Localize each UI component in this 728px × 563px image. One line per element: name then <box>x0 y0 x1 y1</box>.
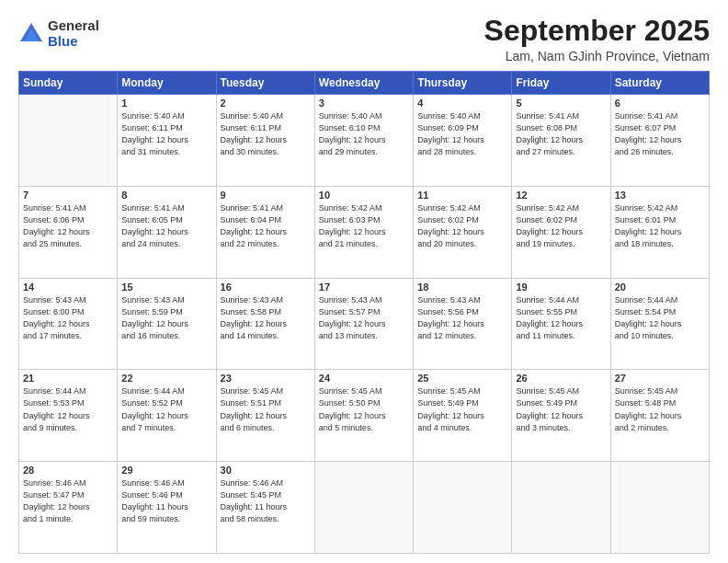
table-row: 5Sunrise: 5:41 AM Sunset: 6:08 PM Daylig… <box>512 95 610 187</box>
day-info: Sunrise: 5:40 AM Sunset: 6:09 PM Dayligh… <box>417 110 507 158</box>
day-info: Sunrise: 5:45 AM Sunset: 5:48 PM Dayligh… <box>615 385 705 433</box>
table-row: 19Sunrise: 5:44 AM Sunset: 5:55 PM Dayli… <box>512 278 610 370</box>
day-number: 27 <box>615 373 705 384</box>
logo: General Blue <box>18 18 99 49</box>
day-info: Sunrise: 5:44 AM Sunset: 5:54 PM Dayligh… <box>615 294 705 342</box>
calendar-week-row: 1Sunrise: 5:40 AM Sunset: 6:11 PM Daylig… <box>19 95 710 187</box>
table-row: 17Sunrise: 5:43 AM Sunset: 5:57 PM Dayli… <box>314 278 413 370</box>
day-number: 8 <box>121 190 211 201</box>
day-number: 23 <box>221 373 311 384</box>
table-row: 1Sunrise: 5:40 AM Sunset: 6:11 PM Daylig… <box>118 95 216 187</box>
table-row: 15Sunrise: 5:43 AM Sunset: 5:59 PM Dayli… <box>118 278 216 370</box>
table-row: 20Sunrise: 5:44 AM Sunset: 5:54 PM Dayli… <box>610 278 709 370</box>
table-row: 6Sunrise: 5:41 AM Sunset: 6:07 PM Daylig… <box>610 95 709 187</box>
col-monday: Monday <box>118 72 216 95</box>
table-row: 8Sunrise: 5:41 AM Sunset: 6:05 PM Daylig… <box>118 186 216 278</box>
day-info: Sunrise: 5:45 AM Sunset: 5:51 PM Dayligh… <box>221 385 311 433</box>
day-info: Sunrise: 5:46 AM Sunset: 5:45 PM Dayligh… <box>221 477 311 525</box>
day-info: Sunrise: 5:41 AM Sunset: 6:06 PM Dayligh… <box>23 202 113 250</box>
table-row: 14Sunrise: 5:43 AM Sunset: 6:00 PM Dayli… <box>19 278 118 370</box>
table-row <box>610 462 709 554</box>
day-info: Sunrise: 5:43 AM Sunset: 6:00 PM Dayligh… <box>23 294 113 342</box>
day-number: 6 <box>615 98 705 109</box>
day-info: Sunrise: 5:40 AM Sunset: 6:11 PM Dayligh… <box>221 110 311 158</box>
table-row: 4Sunrise: 5:40 AM Sunset: 6:09 PM Daylig… <box>414 95 512 187</box>
col-wednesday: Wednesday <box>314 72 413 95</box>
table-row: 3Sunrise: 5:40 AM Sunset: 6:10 PM Daylig… <box>314 95 413 187</box>
table-row: 29Sunrise: 5:46 AM Sunset: 5:46 PM Dayli… <box>118 462 216 554</box>
table-row <box>19 95 118 187</box>
table-row: 7Sunrise: 5:41 AM Sunset: 6:06 PM Daylig… <box>19 186 118 278</box>
day-info: Sunrise: 5:40 AM Sunset: 6:10 PM Dayligh… <box>319 110 409 158</box>
col-friday: Friday <box>512 72 610 95</box>
day-number: 2 <box>221 98 311 109</box>
logo-blue-text: Blue <box>48 34 99 50</box>
header: General Blue September 2025 Lam, Nam GJi… <box>18 15 710 63</box>
day-info: Sunrise: 5:46 AM Sunset: 5:47 PM Dayligh… <box>23 477 113 525</box>
day-info: Sunrise: 5:41 AM Sunset: 6:08 PM Dayligh… <box>516 110 606 158</box>
day-info: Sunrise: 5:42 AM Sunset: 6:03 PM Dayligh… <box>319 202 409 250</box>
col-sunday: Sunday <box>19 72 118 95</box>
day-number: 17 <box>319 282 409 293</box>
day-info: Sunrise: 5:41 AM Sunset: 6:05 PM Dayligh… <box>121 202 211 250</box>
day-number: 11 <box>417 190 507 201</box>
day-number: 21 <box>23 373 113 384</box>
table-row: 25Sunrise: 5:45 AM Sunset: 5:49 PM Dayli… <box>414 370 512 462</box>
table-row: 26Sunrise: 5:45 AM Sunset: 5:49 PM Dayli… <box>512 370 610 462</box>
day-info: Sunrise: 5:43 AM Sunset: 5:58 PM Dayligh… <box>221 294 311 342</box>
day-number: 15 <box>121 282 211 293</box>
table-row <box>314 462 413 554</box>
day-number: 30 <box>221 465 311 476</box>
table-row: 10Sunrise: 5:42 AM Sunset: 6:03 PM Dayli… <box>314 186 413 278</box>
table-row: 24Sunrise: 5:45 AM Sunset: 5:50 PM Dayli… <box>314 370 413 462</box>
calendar-week-row: 21Sunrise: 5:44 AM Sunset: 5:53 PM Dayli… <box>19 370 710 462</box>
location-subtitle: Lam, Nam GJinh Province, Vietnam <box>484 49 710 63</box>
day-info: Sunrise: 5:45 AM Sunset: 5:50 PM Dayligh… <box>319 385 409 433</box>
day-number: 19 <box>516 282 606 293</box>
col-thursday: Thursday <box>414 72 512 95</box>
table-row: 9Sunrise: 5:41 AM Sunset: 6:04 PM Daylig… <box>216 186 314 278</box>
day-info: Sunrise: 5:41 AM Sunset: 6:04 PM Dayligh… <box>221 202 311 250</box>
day-info: Sunrise: 5:46 AM Sunset: 5:46 PM Dayligh… <box>121 477 211 525</box>
calendar-week-row: 28Sunrise: 5:46 AM Sunset: 5:47 PM Dayli… <box>19 462 710 554</box>
day-number: 12 <box>516 190 606 201</box>
day-number: 13 <box>615 190 705 201</box>
day-number: 7 <box>23 190 113 201</box>
logo-general-text: General <box>48 18 99 34</box>
table-row: 28Sunrise: 5:46 AM Sunset: 5:47 PM Dayli… <box>19 462 118 554</box>
page: General Blue September 2025 Lam, Nam GJi… <box>0 0 728 563</box>
title-block: September 2025 Lam, Nam GJinh Province, … <box>484 15 710 63</box>
table-row: 16Sunrise: 5:43 AM Sunset: 5:58 PM Dayli… <box>216 278 314 370</box>
col-tuesday: Tuesday <box>216 72 314 95</box>
day-number: 26 <box>516 373 606 384</box>
table-row: 21Sunrise: 5:44 AM Sunset: 5:53 PM Dayli… <box>19 370 118 462</box>
day-info: Sunrise: 5:45 AM Sunset: 5:49 PM Dayligh… <box>417 385 507 433</box>
day-info: Sunrise: 5:44 AM Sunset: 5:53 PM Dayligh… <box>23 385 113 433</box>
day-number: 16 <box>221 282 311 293</box>
table-row <box>512 462 610 554</box>
day-number: 18 <box>417 282 507 293</box>
day-number: 29 <box>121 465 211 476</box>
day-info: Sunrise: 5:42 AM Sunset: 6:02 PM Dayligh… <box>417 202 507 250</box>
calendar-week-row: 14Sunrise: 5:43 AM Sunset: 6:00 PM Dayli… <box>19 278 710 370</box>
day-info: Sunrise: 5:40 AM Sunset: 6:11 PM Dayligh… <box>121 110 211 158</box>
day-number: 20 <box>615 282 705 293</box>
day-info: Sunrise: 5:44 AM Sunset: 5:55 PM Dayligh… <box>516 294 606 342</box>
table-row: 11Sunrise: 5:42 AM Sunset: 6:02 PM Dayli… <box>414 186 512 278</box>
day-number: 24 <box>319 373 409 384</box>
day-info: Sunrise: 5:43 AM Sunset: 5:56 PM Dayligh… <box>417 294 507 342</box>
calendar-header-row: Sunday Monday Tuesday Wednesday Thursday… <box>19 72 710 95</box>
day-number: 28 <box>23 465 113 476</box>
logo-icon <box>18 21 44 47</box>
day-number: 10 <box>319 190 409 201</box>
day-number: 22 <box>121 373 211 384</box>
day-number: 3 <box>319 98 409 109</box>
day-number: 14 <box>23 282 113 293</box>
day-info: Sunrise: 5:42 AM Sunset: 6:02 PM Dayligh… <box>516 202 606 250</box>
table-row: 22Sunrise: 5:44 AM Sunset: 5:52 PM Dayli… <box>118 370 216 462</box>
table-row <box>414 462 512 554</box>
day-info: Sunrise: 5:43 AM Sunset: 5:57 PM Dayligh… <box>319 294 409 342</box>
table-row: 23Sunrise: 5:45 AM Sunset: 5:51 PM Dayli… <box>216 370 314 462</box>
table-row: 12Sunrise: 5:42 AM Sunset: 6:02 PM Dayli… <box>512 186 610 278</box>
day-number: 5 <box>516 98 606 109</box>
